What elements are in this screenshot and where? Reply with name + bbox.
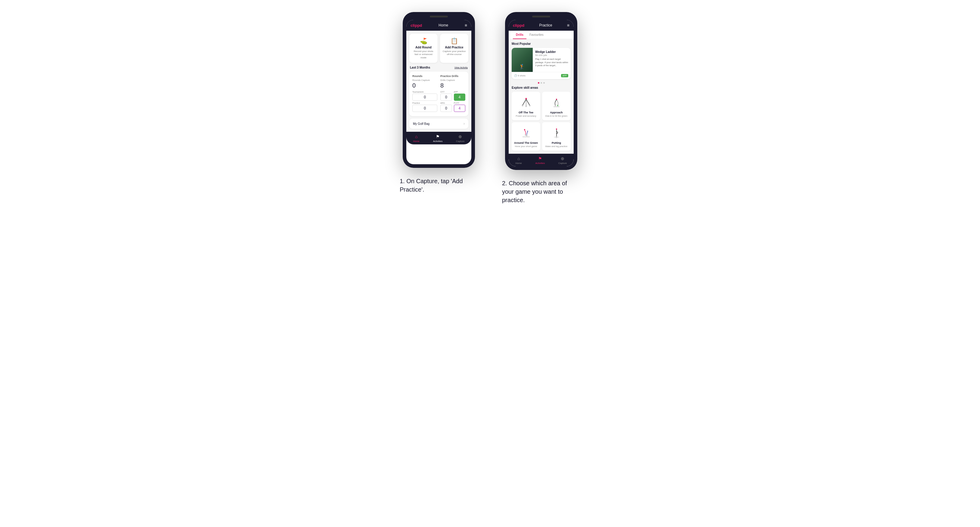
nav-home-1[interactable]: ⌂ Home [413,134,419,143]
rounds-row: Tournament 0 [412,91,438,101]
tournament-label: Tournament [412,91,438,93]
tab-favourites[interactable]: Favourites [527,31,547,39]
caption-1: 1. On Capture, tap 'Add Practice'. [400,177,478,194]
home-icon-1: ⌂ [415,134,417,139]
drills-col-title: Practice Drills [440,75,465,78]
phone-section-2: clippd Practice ≡ Drills Favourites Most… [502,12,580,204]
featured-title: Wedge Ladder [535,50,568,54]
svg-line-3 [526,99,530,105]
approach-desc: Dial-in to hit the green [544,114,568,117]
app-label: APP [454,91,466,93]
add-practice-title: Add Practice [442,46,466,49]
screen-header-2: clippd Practice ≡ [509,20,574,31]
nav-activities-1[interactable]: ⚑ Activities [433,134,443,143]
phone-section-1: clippd Home ≡ ⛳ Add Round Record your sh… [400,12,478,194]
logo-2: clippd [513,23,524,28]
home-icon-2: ⌂ [517,156,520,161]
add-practice-subtitle: Capture your practice off-the-course [442,50,466,56]
nav-home-2[interactable]: ⌂ Home [515,156,522,165]
home-label-1: Home [413,140,419,143]
ott-stat: OTT 0 [440,91,452,101]
ott-name: Off The Tee [514,111,538,114]
add-round-card[interactable]: ⛳ Add Round Record your shots fast or en… [409,34,438,63]
featured-card[interactable]: 🏌️ Wedge Ladder 50-100 yds Play 1 shot a… [512,48,571,79]
putt-value: 4 [454,105,466,112]
screen-content-1: ⛳ Add Round Record your shots fast or en… [406,31,471,132]
header-title-1: Home [439,23,448,27]
golfer-figure: 🏌️ [519,64,525,70]
rounds-col: Rounds Rounds Capture 0 Tournament 0 [412,75,438,113]
putt-stat: PUTT 4 [454,102,466,112]
putt-label: PUTT [454,102,466,104]
skill-card-putting[interactable]: Putting Make and lag practice [542,122,571,151]
capture-icon-1: ⊕ [458,134,462,139]
svg-point-13 [525,135,526,136]
capture-icon-2: ⊕ [561,156,564,161]
putting-icon-area [544,125,568,140]
golf-bag-label: My Golf Bag [413,122,430,125]
bottom-nav-2: ⌂ Home ⚑ Activities ⊕ Capture [509,154,574,166]
svg-point-14 [526,135,527,136]
putting-desc: Make and lag practice [544,145,568,148]
featured-description: Play 1 shot at each target yardage. If y… [535,58,568,67]
svg-point-11 [524,129,525,130]
rounds-capture-label: Rounds Capture [412,79,438,81]
skill-card-atg[interactable]: Around The Green Hone your short game [512,122,540,151]
rounds-total: 0 [412,82,438,89]
activities-icon-2: ⚑ [538,156,542,161]
nav-activities-2[interactable]: ⚑ Activities [535,156,545,165]
tab-drills[interactable]: Drills [513,31,527,39]
add-round-subtitle: Record your shots fast or enhanced mode [412,50,435,59]
screen-tabs: Drills Favourites [509,31,574,39]
featured-card-inner: 🏌️ Wedge Ladder 50-100 yds Play 1 shot a… [512,48,571,72]
app-stat: APP 4 [454,91,466,101]
hamburger-menu-2[interactable]: ≡ [567,23,570,28]
arg-stat: ARG 0 [440,102,452,112]
tournament-stat: Tournament 0 [412,91,438,101]
phone-1-screen: clippd Home ≡ ⛳ Add Round Record your sh… [406,20,471,164]
svg-point-7 [556,98,557,100]
skill-card-ott[interactable]: Off The Tee Power and accuracy [512,92,540,120]
golf-bag-chevron: › [463,122,465,126]
atg-svg-icon [520,127,532,139]
atg-name: Around The Green [514,141,538,144]
add-practice-card[interactable]: 📋 Add Practice Capture your practice off… [440,34,468,63]
golf-bag-row[interactable]: My Golf Bag › [409,119,468,129]
app-value: 4 [454,94,466,101]
skill-card-approach[interactable]: Approach Dial-in to hit the green [542,92,571,120]
add-round-icon: ⛳ [412,37,435,44]
featured-yardage: 50-100 yds [535,54,568,57]
stats-columns: Rounds Rounds Capture 0 Tournament 0 [412,75,465,113]
nav-capture-2[interactable]: ⊕ Capture [558,156,567,165]
bottom-nav-1: ⌂ Home ⚑ Activities ⊕ Capture [406,132,471,144]
dot-2 [541,82,542,84]
rounds-col-title: Rounds [412,75,438,78]
nav-capture-1[interactable]: ⊕ Capture [456,134,465,143]
add-round-title: Add Round [412,46,435,49]
shots-count: 🕐 9 shots [514,74,525,77]
ott-value: 0 [440,94,452,101]
svg-point-9 [557,105,558,106]
dot-1 [538,82,539,84]
svg-point-12 [527,131,528,132]
dot-3 [543,82,545,84]
header-title-2: Practice [539,23,552,27]
drills-capture-label: Drills Capture [440,79,465,81]
arg-value: 0 [440,105,452,112]
phone-1: clippd Home ≡ ⛳ Add Round Record your sh… [403,12,475,168]
ott-desc: Power and accuracy [514,114,538,117]
activities-icon-1: ⚑ [436,134,440,139]
svg-line-1 [522,99,526,105]
phone-notch-2 [532,16,550,17]
featured-image: 🏌️ [512,48,533,72]
hamburger-menu-1[interactable]: ≡ [465,23,467,28]
activities-label-1: Activities [433,140,443,143]
drills-col: Practice Drills Drills Capture 8 OTT 0 [440,75,465,113]
home-label-2: Home [515,162,522,165]
drills-row-1: OTT 0 APP 4 [440,91,465,101]
view-activity-link[interactable]: View Activity [455,66,468,69]
screen-header-1: clippd Home ≡ [406,20,471,31]
page-container: clippd Home ≡ ⛳ Add Round Record your sh… [309,12,671,204]
add-practice-icon: 📋 [442,37,466,44]
approach-svg-icon [550,96,563,108]
